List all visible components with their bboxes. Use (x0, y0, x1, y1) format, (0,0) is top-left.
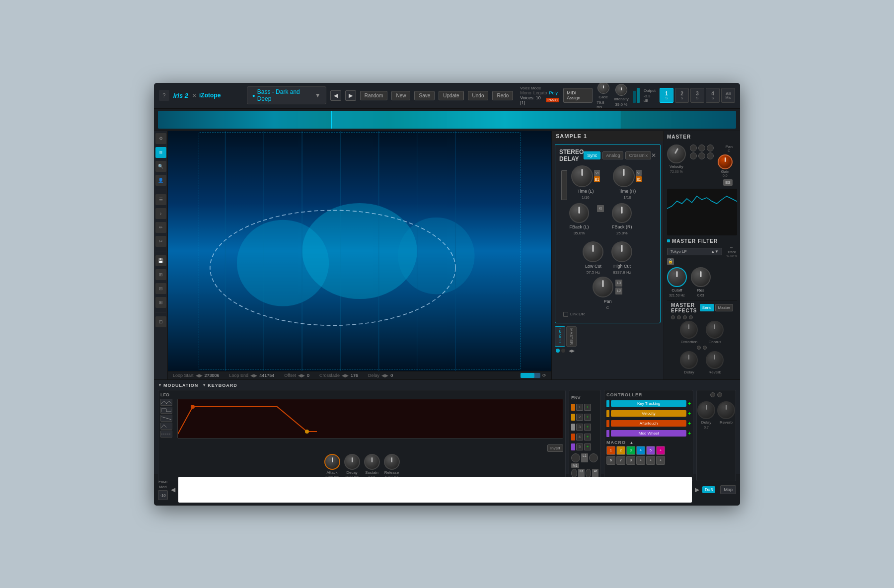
env-btn-5[interactable]: 5 (576, 443, 583, 450)
piano-keys[interactable]: // This will be drawn via CSS/SVG below … (178, 477, 692, 503)
pencil-icon[interactable]: ✏ (730, 246, 733, 250)
random-btn[interactable]: Random (360, 91, 388, 100)
send-btn[interactable]: Send (700, 304, 714, 311)
master-tab[interactable]: MASTER (566, 326, 577, 347)
env-small-knob-2[interactable] (589, 453, 598, 462)
map-btn[interactable]: Map (720, 485, 736, 494)
fback-r-knob[interactable] (612, 203, 632, 223)
poly-mode[interactable]: Poly (549, 90, 558, 95)
sidebar-settings-icon[interactable]: ⚙ (155, 133, 166, 144)
delay-knob[interactable] (680, 351, 698, 369)
sync-btn[interactable]: Sync (584, 151, 600, 159)
panic-btn[interactable]: PANIC (546, 98, 559, 102)
aftertouch-btn[interactable]: Aftertouch (611, 420, 686, 427)
master-btn[interactable]: Master (715, 304, 733, 311)
reverb-knob[interactable] (706, 351, 724, 369)
glide-knob[interactable] (597, 83, 609, 94)
chorus-knob[interactable] (706, 321, 724, 339)
link-checkbox[interactable] (563, 312, 568, 317)
waveform-selection[interactable] (331, 111, 620, 129)
effect-dot-4[interactable] (689, 315, 693, 319)
env-btn-3[interactable]: 3 (576, 424, 583, 431)
macro-btn-1[interactable]: 1 (606, 446, 615, 455)
nav-dot[interactable] (561, 349, 565, 353)
analog-btn[interactable]: Analog (602, 151, 623, 159)
mod-wheel-btn[interactable]: Mod Wheel (611, 430, 686, 437)
sidebar-person-icon[interactable]: 👤 (155, 175, 166, 186)
effect-dot-2[interactable] (677, 315, 681, 319)
mini-knob-6[interactable] (707, 152, 714, 159)
key-tracking-btn[interactable]: Key Tracking (611, 400, 686, 407)
close-btn[interactable]: ✕ (651, 152, 656, 159)
macro-btn-10[interactable]: + (636, 456, 645, 465)
decay-knob[interactable] (344, 454, 360, 470)
effect-dot-5[interactable] (697, 346, 701, 350)
mini-knob-3[interactable] (707, 145, 714, 151)
fx-dot-2[interactable] (717, 392, 722, 397)
env-add-1[interactable]: + (584, 404, 591, 411)
new-btn[interactable]: New (391, 91, 410, 100)
macro-btn-6[interactable]: + (656, 446, 665, 455)
sample-tab[interactable]: SAMPLE (555, 326, 565, 347)
env-add-2[interactable]: + (584, 414, 591, 421)
macro-btn-3[interactable]: 3 (626, 446, 635, 455)
fx-dot-1[interactable] (710, 392, 715, 397)
preset-selector[interactable]: ● Bass - Dark and Deep ▼ (247, 86, 326, 104)
scene-btn-3[interactable]: 3S (690, 88, 704, 103)
keyboard-tab[interactable]: KEYBOARD (208, 383, 237, 388)
sidebar-pencil-icon[interactable]: ✏ (155, 222, 166, 233)
high-cut-knob[interactable] (611, 241, 632, 262)
sidebar-grid2-icon[interactable]: ⊟ (155, 283, 166, 294)
sidebar-bottom-icon[interactable]: ⊡ (155, 316, 166, 327)
effect-dot-3[interactable] (683, 315, 687, 319)
fback-l-knob[interactable] (569, 203, 589, 223)
scene-btn-2[interactable]: 2S (675, 88, 689, 103)
macro-btn-12[interactable]: + (656, 456, 665, 465)
scene-btn-1[interactable]: 1S (660, 88, 673, 103)
sample-reverb-knob[interactable] (717, 401, 735, 419)
time-r-knob[interactable] (613, 165, 635, 187)
save-btn[interactable]: Save (414, 91, 435, 100)
pan-knob[interactable] (593, 277, 613, 297)
sample-delay-knob[interactable] (697, 401, 715, 419)
lfo-shape-3[interactable] (160, 415, 172, 422)
effect-dot-1[interactable] (671, 315, 675, 319)
piano-scroll-right[interactable]: ▶ (695, 486, 699, 493)
undo-btn[interactable]: Undo (468, 91, 489, 100)
nav-dot-active[interactable] (556, 349, 560, 353)
cutoff-knob[interactable] (667, 267, 687, 287)
scene-btn-all[interactable]: All Mic (721, 88, 735, 103)
prev-preset-btn[interactable]: ◀ (330, 90, 341, 101)
sidebar-scissors-icon[interactable]: ✂ (155, 236, 166, 247)
spectrogram[interactable] (168, 131, 551, 371)
lfo-canvas[interactable] (177, 399, 563, 439)
next-preset-btn[interactable]: ▶ (345, 90, 356, 101)
lfo-shape-4[interactable] (160, 423, 172, 430)
sidebar-wave-icon[interactable]: ≋ (155, 147, 166, 158)
macro-btn-9[interactable]: 8 (626, 456, 635, 465)
env-small-knob-3[interactable] (571, 469, 577, 478)
res-knob[interactable] (691, 267, 711, 287)
attack-knob[interactable] (324, 454, 340, 470)
env-small-knob-4[interactable] (586, 469, 592, 478)
release-knob[interactable] (384, 454, 400, 470)
redo-btn[interactable]: Redo (492, 91, 513, 100)
mini-knob-4[interactable] (690, 152, 697, 159)
macro-btn-4[interactable]: 4 (636, 446, 645, 455)
loop-icon[interactable]: ⟳ (542, 373, 546, 378)
sidebar-grid-icon[interactable]: ⊞ (155, 269, 166, 280)
scene-btn-4[interactable]: 4S (706, 88, 720, 103)
invert-btn[interactable]: Invert (547, 444, 563, 452)
sidebar-save-icon[interactable]: 💾 (155, 255, 166, 266)
mini-knob-5[interactable] (698, 152, 705, 159)
effect-dot-6[interactable] (703, 346, 707, 350)
filter-type-selector[interactable]: Tokyo LP ▲▼ (667, 248, 722, 255)
env-btn-2[interactable]: 2 (576, 414, 583, 421)
lfo-shape-2[interactable] (160, 407, 172, 414)
sidebar-list-icon[interactable]: ☰ (155, 194, 166, 205)
lfo-shape-5[interactable] (160, 431, 172, 438)
macro-btn-5[interactable]: 5 (646, 446, 655, 455)
env-add-5[interactable]: + (584, 443, 591, 450)
sidebar-grid3-icon[interactable]: ⊞ (155, 297, 166, 308)
crossmix-btn[interactable]: Crossmix (625, 151, 651, 159)
